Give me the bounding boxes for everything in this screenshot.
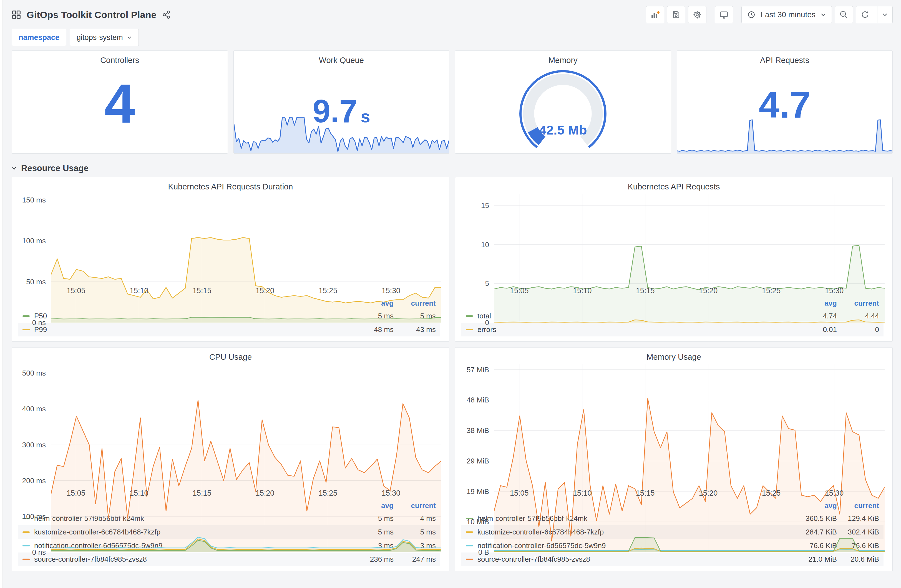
chart-grid-row1: Kubernetes API Requests Duration 0 ns50 … [12,177,893,342]
y-tick: 300 ms [22,441,46,449]
y-tick: 38 MiB [467,426,489,435]
row-resource-usage[interactable]: Resource Usage [12,161,893,176]
y-tick: 0 B [478,548,489,557]
work-queue-sparkline[interactable] [234,105,449,153]
y-tick: 500 ms [22,369,46,378]
dashboard-settings-button[interactable] [688,6,706,23]
series-name[interactable]: source-controller-7fb84fc985-zvsz8 [477,555,787,563]
panel-k8s-api-requests-duration: Kubernetes API Requests Duration 0 ns50 … [12,177,449,342]
time-range-picker[interactable]: Last 30 minutes [741,6,832,23]
y-tick: 150 ms [22,196,46,204]
x-tick: 15:25 [319,489,338,498]
x-tick: 15:30 [382,286,401,295]
memory-plot[interactable] [494,364,885,486]
y-axis-labels: 0 ns50 ms100 ms150 ms [17,194,51,283]
chevron-down-icon [127,35,132,40]
x-tick: 15:15 [193,286,212,295]
variable-namespace-select[interactable]: gitops-system [70,29,139,46]
panel-work-queue: Work Queue 9.7s [234,50,450,154]
series-name[interactable]: source-controller-7fb84fc985-zvsz8 [34,555,344,563]
x-tick: 15:05 [510,489,529,498]
series-avg: 48 ms [344,325,394,334]
clock-icon [747,11,756,19]
y-axis-labels: 0 ns100 ms200 ms300 ms400 ms500 ms [17,364,51,486]
series-name[interactable]: errors [477,325,787,334]
y-tick: 0 ns [32,319,46,327]
series-color-swatch [22,558,30,560]
panel-controllers: Controllers 4 [12,50,228,154]
variables-row: namespace gitops-system [0,26,901,46]
apps-grid-icon[interactable] [12,10,21,19]
y-tick: 29 MiB [467,457,489,465]
refresh-button-group [856,6,893,23]
section-title: Resource Usage [21,163,89,173]
series-color-swatch [466,558,473,560]
requests-plot[interactable] [494,194,885,283]
memory-gauge[interactable]: 42.5 Mb [505,68,621,149]
series-current: 0 [837,325,879,334]
series-avg: 21.0 MiB [787,555,837,563]
legend-item[interactable]: P9948 ms43 ms [18,323,440,336]
panel-title[interactable]: Kubernetes API Requests [455,177,892,193]
x-tick: 15:20 [256,286,274,295]
panel-title[interactable]: Memory Usage [455,347,892,364]
zoom-out-time-button[interactable] [835,6,853,23]
x-tick: 15:15 [193,489,212,498]
panel-api-requests: API Requests 4.7 [677,50,893,154]
x-tick: 15:25 [762,286,781,295]
y-tick: 15 [481,201,489,210]
x-tick: 15:15 [636,286,655,295]
api-requests-sparkline[interactable] [677,118,892,153]
chevron-down-icon [820,12,826,17]
y-tick: 10 [481,241,489,249]
x-tick: 15:10 [129,286,148,295]
y-tick: 100 ms [22,512,46,521]
x-tick: 15:30 [825,489,844,498]
panel-title[interactable]: API Requests [677,56,893,65]
cpu-plot[interactable] [51,364,441,486]
refresh-interval-dropdown[interactable] [877,6,892,23]
refresh-icon[interactable] [856,6,874,23]
y-tick: 19 MiB [467,487,489,496]
add-panel-button[interactable] [646,6,664,23]
series-color-swatch [466,315,473,317]
x-tick: 15:05 [67,489,86,498]
series-color-swatch [22,315,30,317]
legend-item[interactable]: source-controller-7fb84fc985-zvsz821.0 M… [461,552,884,566]
series-color-swatch [22,329,30,330]
y-tick: 0 [485,319,489,327]
collapsed-sidebar-strip [0,0,3,588]
panel-title[interactable]: Memory [455,56,671,65]
tv-mode-button[interactable] [715,6,733,23]
y-axis-labels: 0 B10 MiB19 MiB29 MiB38 MiB48 MiB57 MiB [460,364,494,486]
series-avg: 236 ms [344,555,394,563]
y-tick: 5 [485,279,489,288]
series-name[interactable]: P99 [34,325,344,334]
panel-title[interactable]: Controllers [12,56,228,65]
x-tick: 15:05 [67,286,86,295]
memory-gauge-value: 42.5 Mb [505,122,621,138]
share-icon[interactable] [162,10,171,19]
variable-namespace-label: namespace [12,29,66,46]
legend-item[interactable]: source-controller-7fb84fc985-zvsz8236 ms… [18,552,440,566]
y-tick: 200 ms [22,476,46,485]
y-tick: 10 MiB [467,518,489,526]
duration-plot[interactable] [51,194,441,283]
chart-grid-row2: CPU Usage 0 ns100 ms200 ms300 ms400 ms50… [12,347,893,571]
x-tick: 15:10 [573,286,592,295]
save-dashboard-button[interactable] [667,6,685,23]
x-tick: 15:20 [699,286,718,295]
legend-item[interactable]: errors0.010 [461,323,884,336]
y-axis-labels: 051015 [460,194,494,283]
panel-title[interactable]: CPU Usage [12,347,449,364]
y-tick: 48 MiB [467,396,489,404]
y-tick: 100 ms [22,236,46,245]
panel-title[interactable]: Work Queue [234,56,449,65]
series-color-swatch [466,545,473,546]
panel-title[interactable]: Kubernetes API Requests Duration [12,177,449,193]
x-tick: 15:10 [129,489,148,498]
x-tick: 15:30 [825,286,844,295]
x-tick: 15:20 [256,489,274,498]
panel-k8s-api-requests: Kubernetes API Requests 051015 15:0515:1… [455,177,893,342]
chevron-down-icon [12,166,17,170]
